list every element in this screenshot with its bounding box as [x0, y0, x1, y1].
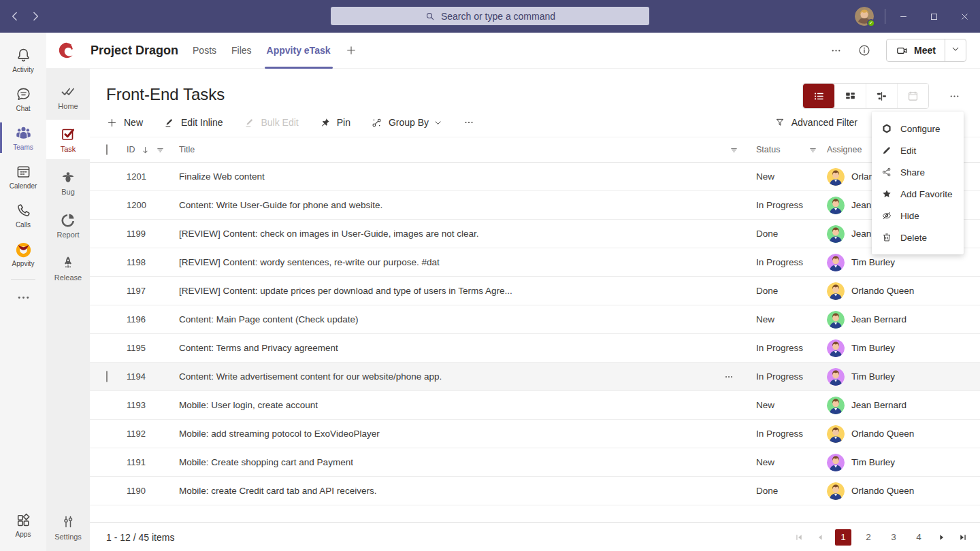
table-row[interactable]: 1190Mobile: create Credit card tab and A… [90, 477, 980, 505]
maximize-button[interactable] [919, 0, 949, 33]
tab-files[interactable]: Files [224, 33, 259, 69]
table-row[interactable]: 1201Finalize Web contentNewOrlando Queen [90, 163, 980, 191]
user-avatar[interactable]: ✓ [855, 7, 874, 26]
rail-item-activity[interactable]: Activity [0, 41, 46, 80]
menu-item-edit[interactable]: Edit [872, 139, 964, 161]
table-row[interactable]: 1194Content: Write advertisement content… [90, 363, 980, 391]
page-button-3[interactable]: 3 [885, 529, 902, 546]
back-button[interactable] [8, 10, 22, 23]
main-content: Front-End Tasks New Edit Inline Bulk Edi… [90, 69, 980, 551]
table-row[interactable]: 1195Content: Terms and Privacy agreement… [90, 334, 980, 363]
last-page-button[interactable] [957, 531, 969, 544]
pencil-icon [881, 145, 892, 156]
task-status: Done [751, 286, 827, 296]
search-input[interactable]: Search or type a command [331, 7, 649, 25]
table-row[interactable]: 1191Mobile: Create shopping cart and Pay… [90, 448, 980, 477]
sidebar-item-home[interactable]: Home [46, 77, 90, 116]
task-id: 1200 [127, 200, 179, 210]
pie-chart-icon [60, 212, 76, 228]
first-page-button[interactable] [793, 531, 805, 544]
table-row[interactable]: 1200Content: Write User-Guide for phone … [90, 191, 980, 220]
gantt-view-button[interactable] [866, 84, 897, 108]
rail-item-appvity[interactable]: Appvity [0, 235, 46, 273]
sidebar-item-release[interactable]: Release [46, 248, 90, 288]
row-actions-button[interactable] [723, 371, 734, 382]
column-header-title[interactable]: Title [179, 145, 195, 154]
menu-item-hide[interactable]: Hide [872, 205, 964, 227]
next-page-button[interactable] [936, 531, 948, 544]
page-button-2[interactable]: 2 [860, 529, 877, 546]
filter-icon[interactable] [808, 145, 818, 155]
assignee-avatar [827, 197, 845, 214]
tab-posts[interactable]: Posts [185, 33, 224, 69]
rail-item-chat[interactable]: Chat [0, 80, 46, 118]
table-row[interactable]: 1193Mobile: User login, create accountNe… [90, 391, 980, 420]
new-button[interactable]: New [106, 117, 143, 129]
sort-down-icon[interactable] [140, 145, 150, 155]
table-row[interactable]: 1192Mobile: add streaming potocol to Exo… [90, 420, 980, 448]
menu-item-label: Edit [900, 146, 916, 156]
column-header-id[interactable]: ID [127, 145, 135, 154]
sidebar-item-task[interactable]: Task [46, 120, 90, 159]
previous-page-button[interactable] [814, 531, 826, 544]
row-checkbox[interactable] [106, 371, 108, 382]
board-view-icon [844, 90, 857, 103]
task-id: 1192 [127, 429, 179, 439]
rail-item-apps[interactable]: Apps [0, 505, 46, 544]
configure-nut-icon [881, 123, 892, 134]
meet-button[interactable]: Meet [886, 39, 966, 62]
advanced-filter-button[interactable]: Advanced Filter [774, 117, 858, 128]
list-view-icon [813, 90, 826, 103]
filter-icon[interactable] [155, 145, 165, 155]
select-all-checkbox[interactable] [106, 144, 108, 155]
close-icon [960, 12, 970, 22]
close-button[interactable] [949, 0, 980, 33]
view-more-button[interactable] [948, 90, 961, 103]
menu-item-add-favorite[interactable]: Add Favorite [872, 183, 964, 205]
forward-button[interactable] [29, 10, 42, 23]
table-row[interactable]: 1197[REVIEW] Content: update prices per … [90, 277, 980, 305]
rail-item-calender[interactable]: Calender [0, 157, 46, 196]
column-header-status[interactable]: Status [756, 145, 780, 154]
tab-appvity-etask[interactable]: Appvity eTask [259, 33, 338, 69]
board-view-icon [844, 90, 857, 103]
info-button[interactable] [858, 44, 871, 57]
meet-dropdown-button[interactable] [945, 44, 966, 56]
table-row[interactable]: 1199[REVIEW] Content: check on images in… [90, 220, 980, 248]
sidebar-item-label: Release [54, 273, 82, 282]
sidebar-item-settings[interactable]: Settings [46, 507, 90, 547]
rail-item-teams[interactable]: Teams [0, 118, 46, 157]
appvity-logo-icon [15, 241, 32, 258]
page-button-4[interactable]: 4 [911, 529, 927, 546]
menu-item-delete[interactable]: Delete [872, 227, 964, 248]
filter-icon[interactable] [729, 145, 739, 155]
edit-inline-label: Edit Inline [181, 117, 223, 128]
table-row[interactable]: 1198[REVIEW] Content: wordy sentences, r… [90, 248, 980, 277]
assignee-name: Tim Burley [851, 371, 895, 382]
assignee-avatar [827, 397, 845, 414]
group-by-button[interactable]: Group By [371, 117, 442, 129]
header-more-button[interactable] [830, 44, 843, 57]
view-switcher [802, 83, 929, 109]
board-view-button[interactable] [834, 84, 866, 108]
list-view-button[interactable] [803, 84, 834, 108]
menu-item-share[interactable]: Share [872, 161, 964, 183]
edit-inline-button[interactable]: Edit Inline [163, 117, 223, 129]
task-status: New [751, 314, 827, 324]
toolbar-more-button[interactable] [463, 116, 475, 129]
minimize-button[interactable] [888, 0, 919, 33]
assignee-avatar [827, 454, 845, 471]
task-id: 1196 [127, 314, 179, 324]
rail-more-button[interactable] [15, 289, 32, 306]
rail-item-calls[interactable]: Calls [0, 196, 46, 235]
menu-item-configure[interactable]: Configure [872, 118, 964, 139]
table-row[interactable]: 1196Content: Main Page content (Check up… [90, 305, 980, 334]
pin-button[interactable]: Pin [319, 117, 350, 129]
sidebar-item-bug[interactable]: Bug [46, 163, 90, 202]
page-button-1[interactable]: 1 [835, 529, 851, 546]
sidebar-item-report[interactable]: Report [46, 205, 90, 245]
rail-item-label: Apps [16, 531, 31, 538]
add-tab-button[interactable] [345, 44, 357, 56]
menu-item-label: Hide [900, 211, 919, 221]
column-header-assignee[interactable]: Assignee [827, 145, 862, 154]
